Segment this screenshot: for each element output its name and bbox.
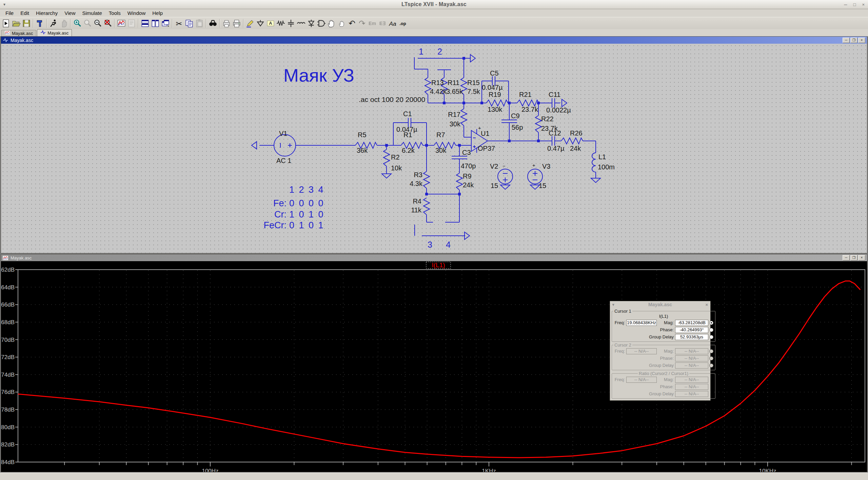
- component-ref-C3[interactable]: C3: [462, 149, 471, 156]
- cursor2-mag-radio[interactable]: [709, 349, 713, 353]
- menu-item-tools[interactable]: Tools: [105, 9, 124, 17]
- tab-waveform[interactable]: Mayak.asc: [1, 30, 36, 36]
- component-value-C12[interactable]: 0.47µ: [547, 145, 565, 152]
- cursor1-group-delay-field[interactable]: [675, 334, 708, 340]
- resistor-symbol-R19[interactable]: [486, 100, 508, 106]
- component-value-R13[interactable]: 4.42k: [430, 88, 447, 95]
- undo-icon[interactable]: ↶: [347, 18, 357, 28]
- ground-symbol[interactable]: [530, 185, 540, 189]
- menu-item-window[interactable]: Window: [124, 9, 149, 17]
- zoom-out-icon[interactable]: [93, 18, 103, 28]
- ground-icon[interactable]: [255, 18, 265, 28]
- port-arrow-icon[interactable]: [252, 142, 257, 149]
- matrix-row-cells[interactable]: 0 0 0 0: [289, 198, 324, 208]
- close-icon[interactable]: ×: [858, 38, 865, 43]
- inductor-symbol-L1[interactable]: [592, 153, 596, 172]
- schematic-window-titlebar[interactable]: Mayak.asc ─ ❐ ×: [1, 37, 867, 44]
- save-icon[interactable]: [21, 18, 32, 28]
- schematic-heading[interactable]: Маяк УЗ: [283, 65, 354, 85]
- component-ref-L1[interactable]: L1: [598, 153, 606, 161]
- matrix-header[interactable]: 1 2 3 4: [289, 185, 324, 195]
- new-schematic-icon[interactable]: [1, 18, 11, 28]
- ratio-group-delay-field[interactable]: [675, 391, 708, 397]
- run-icon[interactable]: [48, 18, 59, 28]
- component-value-C3[interactable]: 470p: [461, 162, 476, 170]
- component-ref-R9[interactable]: R9: [463, 172, 472, 180]
- tile-horizontal-icon[interactable]: [140, 18, 150, 28]
- component-ref-V3[interactable]: V3: [542, 163, 550, 170]
- port-number-3[interactable]: 3: [428, 240, 432, 249]
- resistor-icon[interactable]: [276, 18, 286, 28]
- print-preview-icon[interactable]: [221, 18, 232, 28]
- component-value-R11[interactable]: 3.65k: [446, 88, 463, 95]
- ratio-mag-field[interactable]: [675, 377, 708, 383]
- cursor1-freq-field[interactable]: [626, 320, 657, 326]
- component-ref-R3[interactable]: R3: [414, 171, 422, 179]
- move-icon[interactable]: [327, 18, 337, 28]
- menu-item-view[interactable]: View: [61, 9, 79, 17]
- zoom-in-icon[interactable]: [72, 18, 82, 28]
- minimize-icon[interactable]: ─: [843, 255, 850, 260]
- cursor2-mag-field[interactable]: [675, 348, 708, 354]
- component-value-R7[interactable]: 30k: [435, 147, 447, 154]
- matrix-row-label[interactable]: Cr:: [274, 209, 287, 220]
- close-icon[interactable]: ×: [862, 2, 865, 7]
- component-ref-R7[interactable]: R7: [436, 131, 445, 139]
- matrix-row-cells[interactable]: 0 1 0 1: [289, 220, 324, 230]
- drag-icon[interactable]: [337, 18, 347, 28]
- component-value-R19[interactable]: 130k: [488, 106, 502, 113]
- component-value-R15[interactable]: 7.5k: [467, 88, 480, 95]
- tile-vertical-icon[interactable]: [150, 18, 160, 28]
- component-ref-C9[interactable]: C9: [511, 112, 520, 120]
- component-value-C5[interactable]: 0.047µ: [482, 84, 503, 91]
- matrix-row-label[interactable]: Fe:: [273, 198, 287, 208]
- port-arrow-icon[interactable]: [465, 232, 470, 239]
- capacitor-icon[interactable]: [286, 18, 296, 28]
- resistor-symbol-R21[interactable]: [517, 100, 539, 106]
- component-ref-R13[interactable]: R13: [431, 79, 444, 86]
- port-number-4[interactable]: 4: [446, 240, 451, 249]
- close-icon[interactable]: ×: [858, 255, 865, 260]
- ground-symbol[interactable]: [591, 178, 600, 183]
- ratio-phase-field[interactable]: [675, 384, 708, 390]
- component-value-R21[interactable]: 23.7k: [521, 106, 538, 113]
- cursor1-phase-field[interactable]: [675, 327, 708, 333]
- control-panel-icon[interactable]: [35, 18, 45, 28]
- component-ref-R26[interactable]: R26: [570, 129, 583, 137]
- component-icon[interactable]: [316, 18, 327, 28]
- cursor-dialog-titlebar[interactable]: ▾ Mayak.asc ×: [612, 301, 709, 308]
- copy-icon[interactable]: [184, 18, 194, 28]
- resistor-symbol-R3[interactable]: [423, 171, 430, 188]
- component-ref-C12[interactable]: C12: [549, 129, 561, 137]
- menu-item-help[interactable]: Help: [149, 9, 166, 17]
- open-icon[interactable]: [11, 18, 21, 28]
- component-ref-R21[interactable]: R21: [519, 91, 532, 98]
- resistor-symbol-R9[interactable]: [456, 173, 462, 190]
- component-ref-V2[interactable]: V2: [490, 163, 498, 170]
- spice-directive-icon[interactable]: .op: [398, 18, 408, 28]
- cursor-dialog[interactable]: ▾ Mayak.asc × Cursor 1 I(L1) Freq: Mag: …: [610, 301, 711, 401]
- diode-icon[interactable]: [306, 18, 316, 28]
- component-value-C9[interactable]: 56p: [512, 124, 523, 131]
- component-ref-C11[interactable]: C11: [549, 91, 560, 98]
- cursor2-freq-field[interactable]: [626, 348, 657, 354]
- component-value-V3[interactable]: 15: [539, 182, 546, 189]
- waveform-view-icon[interactable]: [116, 18, 126, 28]
- component-value-R5[interactable]: 36k: [357, 147, 368, 154]
- inductor-icon[interactable]: [296, 18, 306, 28]
- component-ref-R2[interactable]: R2: [391, 153, 400, 161]
- matrix-row-cells[interactable]: 1 0 1 0: [289, 209, 324, 220]
- cursor1-phase-radio[interactable]: [709, 328, 713, 332]
- component-ref-U1[interactable]: U1: [481, 130, 490, 137]
- text-icon[interactable]: Aa: [388, 18, 398, 28]
- component-value-R4[interactable]: 11k: [411, 206, 422, 214]
- ratio-freq-field[interactable]: [626, 377, 657, 383]
- maximize-icon[interactable]: □: [853, 2, 856, 7]
- component-value-R1[interactable]: 6.2k: [402, 147, 415, 154]
- component-ref-R5[interactable]: R5: [358, 131, 367, 139]
- cursor1-mag-field[interactable]: [675, 320, 708, 326]
- resistor-symbol-R4[interactable]: [423, 198, 430, 215]
- component-value-C11[interactable]: 0.0022µ: [546, 106, 571, 114]
- component-ref-R15[interactable]: R15: [467, 79, 480, 86]
- menu-item-edit[interactable]: Edit: [17, 9, 33, 17]
